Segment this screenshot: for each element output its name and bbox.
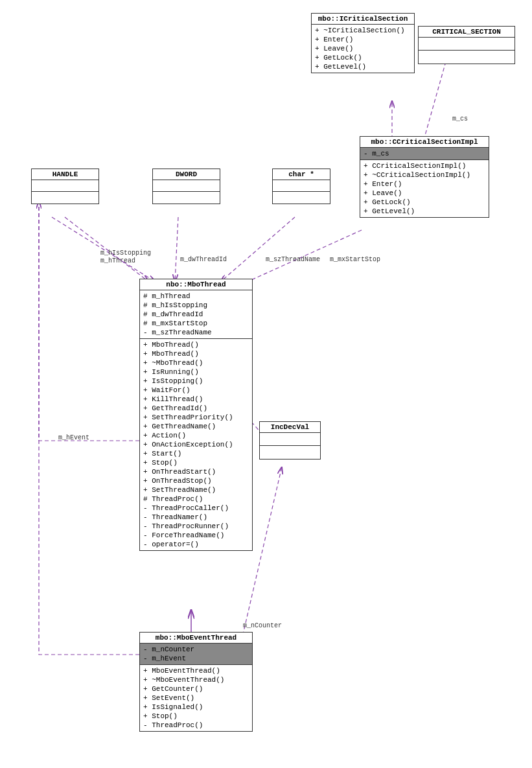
label-m-dwThreadId: m_dwThreadId [180, 256, 227, 263]
mbo-thread-title: nbo::MboThread [140, 279, 252, 290]
mbo-event-thread-attrs: - m_nCounter - m_hEvent [140, 644, 252, 665]
dword-title: DWORD [153, 169, 220, 180]
mbo-thread-methods: + MboThread() + MboThread() + ~MboThread… [140, 339, 252, 550]
critical-section-attrs [419, 38, 515, 51]
svg-line-5 [220, 217, 295, 282]
inc-dec-val-title: IncDecVal [260, 422, 320, 433]
critical-section-methods [419, 51, 515, 64]
mbo-event-thread-methods: + MboEventThread() + ~MboEventThread() +… [140, 665, 252, 731]
char-ptr-attrs [273, 180, 330, 192]
ccritical-section-impl-attrs: - m_cs [360, 148, 489, 160]
label-m-hEvent: m_hEvent [58, 434, 89, 441]
handle-box: HANDLE [31, 169, 99, 204]
ccritical-section-impl-box: mbo::CCriticalSectionImpl - m_cs + CCrit… [360, 136, 489, 218]
handle-methods [32, 192, 98, 204]
critical-section-box: CRITICAL_SECTION [418, 26, 515, 64]
ccritical-section-impl-methods: + CCriticalSectionImpl() + ~CCriticalSec… [360, 160, 489, 217]
char-ptr-title: char * [273, 169, 330, 180]
label-m-cs: m_cs [452, 115, 468, 122]
inc-dec-val-box: IncDecVal [259, 421, 321, 460]
handle-title: HANDLE [32, 169, 98, 180]
handle-attrs [32, 180, 98, 192]
inc-dec-val-attrs [260, 433, 320, 446]
icritical-section-methods: + ~ICriticalSection() + Enter() + Leave(… [312, 25, 414, 73]
ccritical-section-impl-title: mbo::CCriticalSectionImpl [360, 137, 489, 148]
char-ptr-methods [273, 192, 330, 204]
label-m-nCounter: m_nCounter [243, 622, 282, 629]
dword-methods [153, 192, 220, 204]
char-ptr-box: char * [272, 169, 330, 204]
label-m-mxStartStop: m_mxStartStop [330, 256, 380, 263]
mbo-thread-box: nbo::MboThread # m_hThread # m_hIsStoppi… [139, 279, 253, 551]
label-m-hThread: m_hThread [100, 257, 135, 264]
svg-line-4 [175, 217, 178, 282]
dword-attrs [153, 180, 220, 192]
icritical-section-box: mbo::ICriticalSection + ~ICriticalSectio… [311, 13, 415, 73]
dword-box: DWORD [152, 169, 220, 204]
mbo-event-thread-title: mbo::MboEventThread [140, 633, 252, 644]
mbo-event-thread-box: mbo::MboEventThread - m_nCounter - m_hEv… [139, 632, 253, 732]
label-m-hisStopping: m_hIsStopping [100, 250, 151, 257]
inc-dec-val-methods [260, 446, 320, 459]
label-m-szThreadName: m_szThreadName [266, 256, 320, 263]
mbo-thread-attrs: # m_hThread # m_hIsStopping # m_dwThread… [140, 290, 252, 339]
critical-section-title: CRITICAL_SECTION [419, 27, 515, 38]
icritical-section-title: mbo::ICriticalSection [312, 14, 414, 25]
